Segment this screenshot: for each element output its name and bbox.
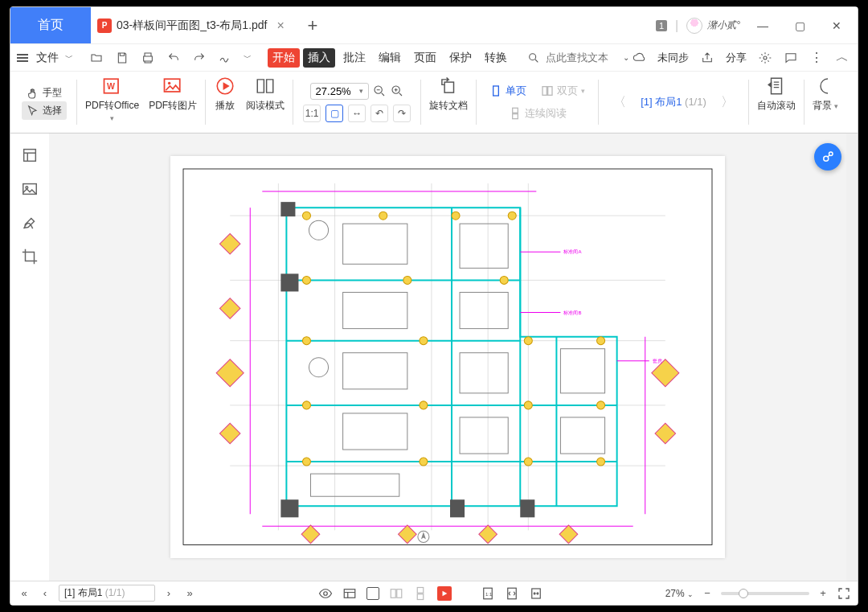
play-button[interactable]: 播放: [209, 72, 241, 133]
signature-icon[interactable]: [218, 51, 232, 65]
tab-edit[interactable]: 编辑: [374, 48, 406, 68]
continuous-status-icon[interactable]: [413, 586, 428, 601]
rotate-doc-label: 旋转文档: [429, 99, 468, 113]
svg-rect-14: [512, 114, 518, 119]
tab-convert[interactable]: 转换: [480, 48, 512, 68]
fit-page-status-icon[interactable]: [505, 586, 519, 601]
search-dropdown-icon[interactable]: ⌄: [623, 53, 629, 62]
double-page-status-icon[interactable]: [389, 586, 403, 601]
fit-actual-icon[interactable]: 1:1: [303, 105, 321, 122]
more-icon[interactable]: ⋮: [809, 51, 824, 65]
hand-tool[interactable]: 手型: [22, 84, 67, 101]
file-menu[interactable]: 文件: [36, 51, 59, 65]
zoom-readout[interactable]: 27% ⌄: [665, 588, 694, 599]
fullscreen-icon[interactable]: [837, 586, 851, 601]
crop-panel-icon[interactable]: [21, 248, 39, 265]
auto-scroll-button[interactable]: 自动滚动: [752, 72, 800, 133]
mini-thumbnails-icon[interactable]: [342, 586, 357, 601]
fit-width-icon[interactable]: ↔: [348, 105, 366, 122]
first-page-icon[interactable]: «: [17, 586, 31, 601]
rotate-doc-button[interactable]: 旋转文档: [424, 72, 473, 133]
single-page-status-icon[interactable]: [366, 587, 379, 600]
page-indicator[interactable]: [1] 布局1 (1/1): [641, 95, 706, 109]
zoom-out-icon[interactable]: [372, 84, 387, 98]
share-label[interactable]: 分享: [726, 51, 747, 65]
maximize-button[interactable]: ▢: [785, 19, 814, 32]
chevron-down-icon[interactable]: ﹀: [65, 52, 73, 64]
search-input[interactable]: [546, 51, 618, 64]
settings-gear-icon[interactable]: [758, 51, 772, 65]
single-page-button[interactable]: 单页: [486, 82, 530, 100]
pdf-to-image-button[interactable]: PDF转图片: [144, 72, 202, 133]
cloud-sync-icon[interactable]: [632, 51, 646, 65]
ribbon-toolbar: 手型 选择 W PDF转Office▾ PDF转图片 播放 阅读模式: [10, 71, 858, 133]
share-icon[interactable]: [700, 51, 714, 65]
redo-icon[interactable]: [192, 51, 207, 65]
close-window-button[interactable]: ✕: [822, 19, 851, 32]
picture-panel-icon[interactable]: [21, 180, 39, 198]
pdf-to-office-button[interactable]: W PDF转Office▾: [80, 72, 144, 133]
play-status-icon[interactable]: [437, 586, 452, 601]
read-mode-button[interactable]: 阅读模式: [241, 72, 289, 133]
collapse-ribbon-icon[interactable]: ︿: [835, 51, 850, 65]
svg-point-73: [302, 276, 310, 284]
svg-rect-54: [460, 292, 508, 328]
open-icon[interactable]: [89, 51, 104, 65]
double-page-button[interactable]: 双页▾: [538, 82, 588, 100]
select-tool[interactable]: 选择: [22, 101, 67, 120]
new-tab-button[interactable]: +: [298, 7, 327, 43]
next-page-icon[interactable]: ›: [162, 586, 176, 601]
document-tab[interactable]: P 03-样板间平面图_t3-布局1.pdf ×: [91, 7, 298, 43]
svg-rect-62: [219, 423, 240, 444]
app-window: 首页 P 03-样板间平面图_t3-布局1.pdf × + 1 | 潴小贰° —…: [10, 6, 858, 606]
hamburger-icon[interactable]: [15, 51, 30, 65]
tab-insert[interactable]: 插入: [303, 48, 335, 68]
assistant-fab[interactable]: [814, 143, 841, 170]
quick-more-icon[interactable]: ﹀: [244, 52, 252, 64]
notification-badge[interactable]: 1: [656, 20, 667, 31]
prev-page-button[interactable]: 〈: [608, 94, 631, 111]
tab-annotate[interactable]: 批注: [338, 48, 371, 68]
minimize-button[interactable]: —: [748, 19, 777, 32]
tab-start[interactable]: 开始: [268, 48, 300, 68]
svg-rect-19: [183, 169, 712, 544]
menu-bar: 文件 ﹀ ﹀ 开始 插入 批注 编辑 页面 保护 转换 ⌄ 未: [10, 43, 858, 71]
annotation-panel-icon[interactable]: [21, 214, 39, 232]
feedback-icon[interactable]: [784, 51, 798, 65]
document-name: 03-样板间平面图_t3-布局1.pdf: [117, 18, 268, 33]
background-button[interactable]: 背景 ▾: [808, 72, 843, 133]
last-page-icon[interactable]: »: [182, 586, 197, 601]
close-tab-icon[interactable]: ×: [272, 18, 289, 33]
fit-width-status-icon[interactable]: [529, 586, 543, 601]
search-box[interactable]: ⌄: [512, 51, 629, 65]
print-icon[interactable]: [141, 51, 155, 65]
zoom-in-icon[interactable]: [390, 84, 404, 98]
undo-icon[interactable]: [166, 51, 181, 65]
page-box[interactable]: [1] 布局1 (1/1): [59, 585, 155, 602]
user-account[interactable]: 潴小贰°: [686, 18, 740, 34]
vertical-scrollbar[interactable]: [846, 133, 858, 581]
save-icon[interactable]: [115, 51, 129, 65]
zoom-out-status-icon[interactable]: −: [700, 586, 714, 601]
svg-point-82: [524, 401, 532, 409]
tab-protect[interactable]: 保护: [444, 48, 477, 68]
tab-page[interactable]: 页面: [409, 48, 441, 68]
zoom-in-status-icon[interactable]: +: [816, 586, 830, 601]
svg-point-80: [302, 401, 310, 409]
eye-mode-icon[interactable]: [318, 586, 333, 601]
rotate-right-icon[interactable]: ↷: [393, 105, 411, 122]
thumbnails-icon[interactable]: [21, 146, 39, 164]
page-viewport[interactable]: 标准间A 标准间B 套房: [49, 133, 846, 581]
pdf-to-image-label: PDF转图片: [149, 99, 197, 113]
rotate-left-icon[interactable]: ↶: [371, 105, 388, 122]
svg-text:W: W: [107, 81, 115, 91]
fit-actual-status-icon[interactable]: 1:1: [481, 586, 495, 601]
zoom-combo[interactable]: 27.25%▾: [310, 83, 369, 100]
zoom-slider[interactable]: [721, 592, 809, 595]
continuous-read-button[interactable]: 连续阅读: [506, 105, 570, 122]
unsync-label[interactable]: 未同步: [657, 51, 689, 65]
fit-page-icon[interactable]: ▢: [326, 105, 343, 122]
prev-page-icon[interactable]: ‹: [38, 586, 52, 601]
next-page-button[interactable]: 〉: [716, 94, 739, 111]
home-tab[interactable]: 首页: [10, 7, 91, 43]
